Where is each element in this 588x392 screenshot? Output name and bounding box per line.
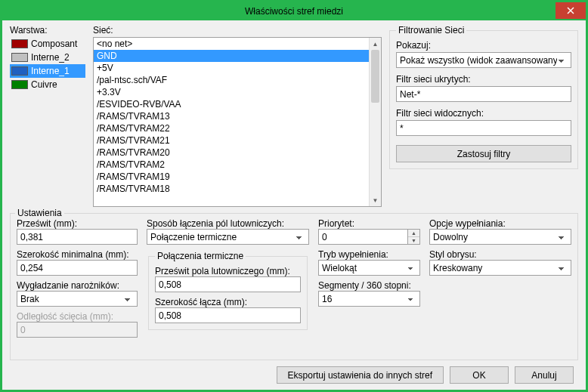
- layer-item[interactable]: Composant: [10, 37, 85, 51]
- scroll-up-icon[interactable]: ▲: [370, 38, 381, 50]
- layer-name: Cuivre: [31, 79, 57, 90]
- spin-down-icon[interactable]: ▼: [408, 237, 419, 244]
- fillopt-label: Opcje wypełniania:: [429, 218, 506, 229]
- cancel-button[interactable]: Anuluj: [515, 366, 574, 384]
- layer-swatch: [11, 66, 28, 76]
- scroll-down-icon[interactable]: ▼: [370, 194, 381, 206]
- minwidth-input[interactable]: [17, 260, 138, 276]
- filter-visible-input[interactable]: [396, 120, 571, 136]
- outline-select[interactable]: Kreskowany: [429, 260, 571, 276]
- net-item[interactable]: +5V: [94, 62, 369, 74]
- nets-label: Sieć:: [93, 25, 382, 35]
- outline-label: Styl obrysu:: [429, 249, 477, 260]
- chamfer-input: [17, 322, 138, 338]
- thermal-legend: Połączenia termiczne: [155, 251, 246, 261]
- priority-spinner[interactable]: ▲▼: [408, 229, 420, 245]
- scroll-thumb[interactable]: [371, 50, 379, 103]
- layer-item[interactable]: Interne_1: [10, 64, 85, 78]
- export-settings-button[interactable]: Eksportuj ustawienia do innych stref: [277, 366, 444, 384]
- net-item[interactable]: /RAMS/TVRAM20: [94, 147, 369, 159]
- layer-name: Composant: [31, 39, 77, 49]
- spin-up-icon[interactable]: ▲: [408, 230, 419, 237]
- layer-list[interactable]: ComposantInterne_2Interne_1Cuivre: [10, 37, 85, 91]
- layer-swatch: [11, 39, 28, 48]
- net-filter-legend: Filtrowanie Sieci: [396, 25, 466, 35]
- filter-hidden-label: Filtr sieci ukrytych:: [396, 74, 571, 85]
- layer-name: Interne_1: [31, 66, 70, 76]
- priority-label: Priorytet:: [318, 218, 354, 229]
- layer-swatch: [11, 53, 28, 62]
- padconn-label: Sposób łączenia pól lutowniczych:: [147, 218, 284, 229]
- dialog-window: Właściwości stref miedzi Warstwa: Compos…: [0, 0, 588, 392]
- apply-filters-button[interactable]: Zastosuj filtry: [396, 145, 571, 162]
- filter-hidden-input[interactable]: [396, 86, 571, 102]
- chamfer-label: Odległość ścięcia (mm):: [17, 311, 113, 322]
- titlebar: Właściwości stref miedzi: [2, 2, 586, 20]
- ok-button[interactable]: OK: [450, 366, 509, 384]
- net-item[interactable]: /RAMS/TVRAM2: [94, 159, 369, 171]
- antipad-input[interactable]: [155, 276, 301, 292]
- clearance-input[interactable]: [17, 229, 138, 245]
- settings-legend: Ustawienia: [15, 208, 64, 218]
- layer-item[interactable]: Interne_2: [10, 51, 85, 64]
- net-filter-group: Filtrowanie Sieci Pokazuj: Pokaż wszystk…: [389, 25, 578, 169]
- segments-label: Segmenty / 360 stopni:: [318, 280, 411, 291]
- net-item[interactable]: +3.3V: [94, 86, 369, 98]
- settings-group: Ustawienia Prześwit (mm): Szerokość mini…: [10, 213, 578, 360]
- fillmode-select[interactable]: Wielokąt: [318, 260, 420, 276]
- minwidth-label: Szerokość minimalna (mm):: [17, 249, 129, 260]
- close-button[interactable]: [556, 2, 586, 19]
- net-item[interactable]: /pal-ntsc.sch/VAF: [94, 74, 369, 86]
- smoothing-select[interactable]: Brak: [17, 291, 138, 307]
- filter-show-select[interactable]: Pokaż wszystko (widok zaawansowany): [396, 52, 571, 68]
- window-title: Właściwości stref miedzi: [245, 6, 343, 17]
- net-item[interactable]: /RAMS/TVRAM13: [94, 110, 369, 122]
- net-item[interactable]: <no net>: [94, 38, 369, 50]
- filter-visible-label: Filtr sieci widocznych:: [396, 108, 571, 119]
- layers-label: Warstwa:: [10, 25, 85, 35]
- net-item[interactable]: /RAMS/TVRAM21: [94, 134, 369, 147]
- close-icon: [567, 7, 574, 14]
- net-item[interactable]: /RAMS/TVRAM19: [94, 171, 369, 183]
- net-item[interactable]: /ESVIDEO-RVB/VAA: [94, 98, 369, 110]
- layer-name: Interne_2: [31, 52, 70, 63]
- net-scrollbar[interactable]: ▲ ▼: [369, 38, 381, 206]
- dialog-footer: Eksportuj ustawienia do innych stref OK …: [10, 360, 578, 384]
- filter-show-label: Pokazuj:: [396, 40, 571, 51]
- layer-swatch: [11, 80, 28, 89]
- net-item[interactable]: GND: [94, 50, 369, 62]
- spoke-label: Szerokość łącza (mm):: [155, 297, 247, 307]
- clearance-label: Prześwit (mm):: [17, 218, 77, 229]
- fillopt-select[interactable]: Dowolny: [429, 229, 571, 245]
- net-item[interactable]: /RAMS/TVRAM22: [94, 122, 369, 134]
- segments-select[interactable]: 16: [318, 291, 420, 307]
- spoke-input[interactable]: [155, 307, 301, 323]
- thermal-group: Połączenia termiczne Prześwit pola lutow…: [148, 251, 308, 330]
- antipad-label: Prześwit pola lutowniczego (mm):: [155, 266, 290, 276]
- net-item[interactable]: /RAMS/TVRAM18: [94, 183, 369, 195]
- net-listbox[interactable]: <no net>GND+5V/pal-ntsc.sch/VAF+3.3V/ESV…: [93, 37, 382, 207]
- smoothing-label: Wygładzanie narożników:: [17, 280, 119, 291]
- padconn-select[interactable]: Połączenie termiczne: [147, 229, 309, 245]
- layer-item[interactable]: Cuivre: [10, 78, 85, 91]
- fillmode-label: Tryb wypełnienia:: [318, 249, 388, 260]
- priority-input[interactable]: [318, 229, 408, 245]
